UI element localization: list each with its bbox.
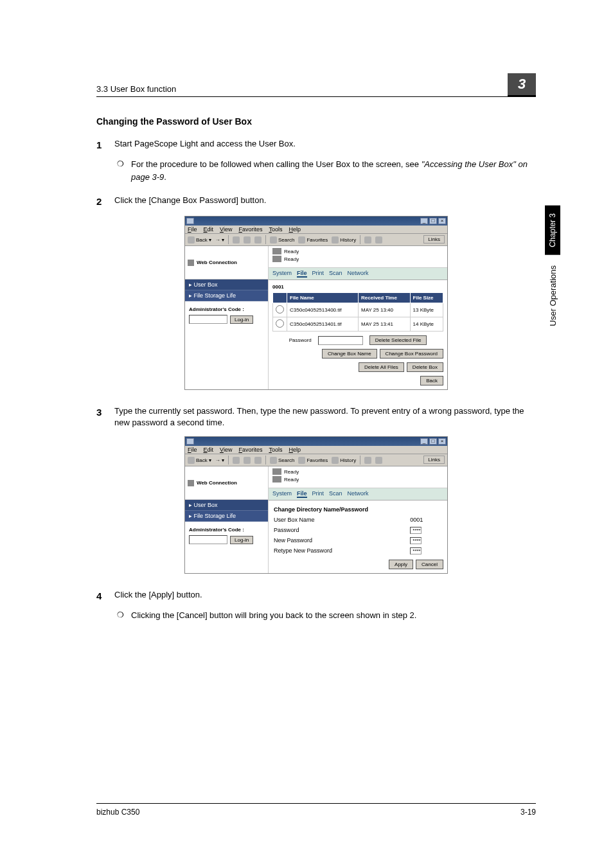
menu-edit[interactable]: Edit <box>204 447 214 453</box>
minimize-button[interactable]: _ <box>420 438 428 445</box>
forward-button[interactable]: → ▾ <box>215 237 224 243</box>
maximize-button[interactable]: □ <box>429 438 437 445</box>
tab-file[interactable]: File <box>297 490 307 498</box>
status-strip: Ready Ready <box>269 246 447 268</box>
tab-network[interactable]: Network <box>348 490 369 498</box>
admin-label: Administrator's Code : <box>189 527 264 533</box>
minimize-button[interactable]: _ <box>420 218 428 224</box>
menu-tools[interactable]: Tools <box>269 226 282 233</box>
titlebar: _ □ × <box>185 217 447 226</box>
search-button[interactable]: Search <box>270 236 294 244</box>
toolbar: Back ▾ → ▾ Search Favorites History Link… <box>185 454 447 466</box>
login-button[interactable]: Log-in <box>230 536 253 544</box>
label-new-password: New Password <box>272 535 409 545</box>
delete-box-button[interactable]: Delete Box <box>407 362 443 372</box>
print-icon[interactable] <box>375 457 382 464</box>
refresh-icon[interactable] <box>244 457 251 464</box>
change-box-name-button[interactable]: Change Box Name <box>322 349 377 359</box>
password-input[interactable] <box>318 336 363 345</box>
step-text: Click the [Change Box Password] button. <box>114 195 536 208</box>
menu-view[interactable]: View <box>220 447 232 453</box>
tab-system[interactable]: System <box>272 490 292 498</box>
history-button[interactable]: History <box>332 457 356 464</box>
nav-file-storage-life[interactable]: ▸ File Storage Life <box>185 290 268 301</box>
col-filename: File Name <box>287 293 359 303</box>
stop-icon[interactable] <box>233 457 240 464</box>
links-label[interactable]: Links <box>423 235 445 244</box>
menu-favorites[interactable]: Favorites <box>238 226 262 233</box>
step-1: 1 Start PageScope Light and access the U… <box>96 138 536 152</box>
nav-user-box[interactable]: ▸ User Box <box>185 279 268 290</box>
menu-view[interactable]: View <box>220 226 232 233</box>
refresh-icon[interactable] <box>244 236 251 244</box>
menu-tools[interactable]: Tools <box>269 447 282 453</box>
browser-window: _ □ × File Edit View Favorites Tools Hel… <box>184 436 448 574</box>
label-user-box-name: User Box Name <box>272 515 409 525</box>
step-number: 2 <box>96 195 105 208</box>
search-icon <box>270 457 277 464</box>
delete-all-files-button[interactable]: Delete All Files <box>359 362 404 372</box>
login-button[interactable]: Log-in <box>230 315 253 324</box>
home-icon[interactable] <box>254 236 262 244</box>
history-button[interactable]: History <box>332 236 356 244</box>
nav-user-box[interactable]: ▸ User Box <box>185 500 268 511</box>
cancel-button[interactable]: Cancel <box>416 560 443 569</box>
tab-scan[interactable]: Scan <box>329 490 342 498</box>
back-button[interactable]: Back <box>420 376 443 385</box>
favorites-button[interactable]: Favorites <box>298 236 328 244</box>
tab-print[interactable]: Print <box>312 490 324 498</box>
printer-icon <box>272 468 281 475</box>
step-text: Start PageScope Light and access the Use… <box>114 138 536 152</box>
menu-help[interactable]: Help <box>289 447 301 453</box>
back-icon <box>188 236 195 244</box>
change-box-password-button[interactable]: Change Box Password <box>380 349 443 359</box>
back-button[interactable]: Back ▾ <box>188 457 211 464</box>
home-icon[interactable] <box>254 457 262 464</box>
forward-button[interactable]: → ▾ <box>215 457 224 463</box>
menu-file[interactable]: File <box>188 447 197 453</box>
tab-scan[interactable]: Scan <box>329 270 342 278</box>
menu-help[interactable]: Help <box>289 226 301 233</box>
admin-block: Administrator's Code : Log-in <box>185 301 268 329</box>
mail-icon[interactable] <box>364 457 371 464</box>
tab-system[interactable]: System <box>272 270 292 278</box>
menu-file[interactable]: File <box>188 226 197 233</box>
close-button[interactable]: × <box>438 438 446 445</box>
nav-file-storage-life[interactable]: ▸ File Storage Life <box>185 511 268 522</box>
chapter-tab: Chapter 3 <box>545 206 560 255</box>
menubar: File Edit View Favorites Tools Help <box>185 446 447 454</box>
links-label[interactable]: Links <box>423 456 445 464</box>
separator <box>360 456 360 465</box>
tab-print[interactable]: Print <box>312 270 324 278</box>
mail-icon[interactable] <box>364 236 371 244</box>
close-button[interactable]: × <box>438 218 446 224</box>
row-radio[interactable] <box>276 319 284 328</box>
app-icon <box>186 218 194 224</box>
admin-code-input[interactable] <box>189 535 227 544</box>
password-form: Change Directory Name/Password User Box … <box>272 504 443 556</box>
delete-selected-file-button[interactable]: Delete Selected File <box>369 335 427 345</box>
page-footer: bizhub C350 3-19 <box>96 803 536 817</box>
favorites-button[interactable]: Favorites <box>298 457 328 464</box>
apply-button[interactable]: Apply <box>389 560 413 569</box>
retype-password-input[interactable]: **** <box>410 547 421 554</box>
value-user-box-name: 0001 <box>409 515 443 525</box>
password-label: Password <box>289 337 312 343</box>
tab-network[interactable]: Network <box>348 270 369 278</box>
menu-edit[interactable]: Edit <box>204 226 214 233</box>
stop-icon[interactable] <box>233 236 240 244</box>
page-header: 3.3 User Box function 3 <box>96 71 536 97</box>
maximize-button[interactable]: □ <box>429 218 437 224</box>
print-icon[interactable] <box>375 236 382 244</box>
admin-code-input[interactable] <box>189 315 227 324</box>
menu-favorites[interactable]: Favorites <box>238 447 262 453</box>
col-select <box>273 293 287 303</box>
password-input[interactable]: **** <box>410 527 421 534</box>
tab-file[interactable]: File <box>297 270 307 278</box>
menubar: File Edit View Favorites Tools Help <box>185 226 447 234</box>
printer-icon <box>272 248 281 254</box>
row-radio[interactable] <box>276 305 284 314</box>
new-password-input[interactable]: **** <box>410 537 421 544</box>
back-button[interactable]: Back ▾ <box>188 236 211 244</box>
search-button[interactable]: Search <box>270 457 294 464</box>
